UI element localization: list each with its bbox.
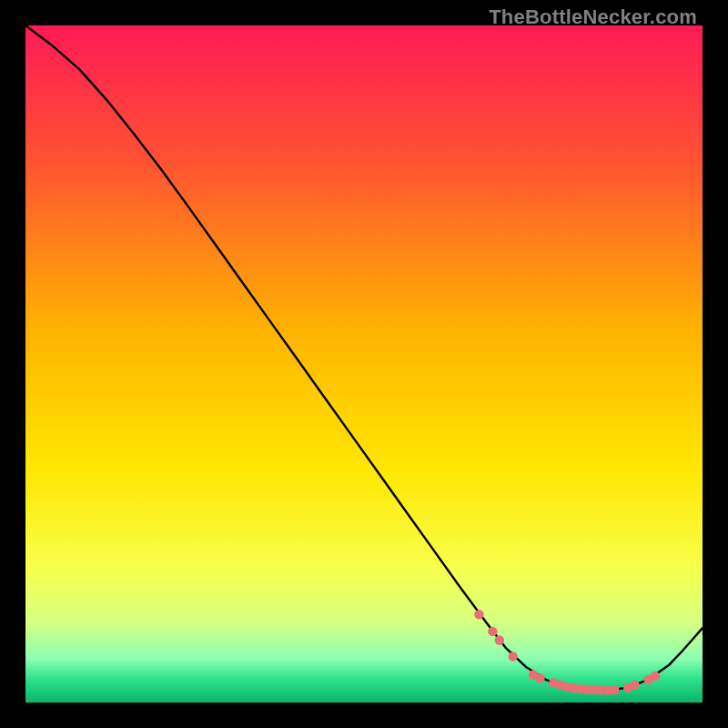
sample-point: [495, 635, 504, 644]
watermark-label: TheBottleNecker.com: [489, 5, 697, 29]
sample-point: [630, 680, 639, 689]
sample-point: [488, 627, 497, 636]
chart-svg: [25, 25, 703, 703]
outer-black-frame: TheBottleNecker.com: [0, 0, 728, 728]
sample-point: [610, 685, 619, 694]
sample-point: [474, 610, 483, 619]
sample-point: [535, 673, 544, 682]
plot-area: [25, 25, 703, 703]
sample-point: [651, 672, 660, 681]
sample-point: [508, 652, 517, 661]
